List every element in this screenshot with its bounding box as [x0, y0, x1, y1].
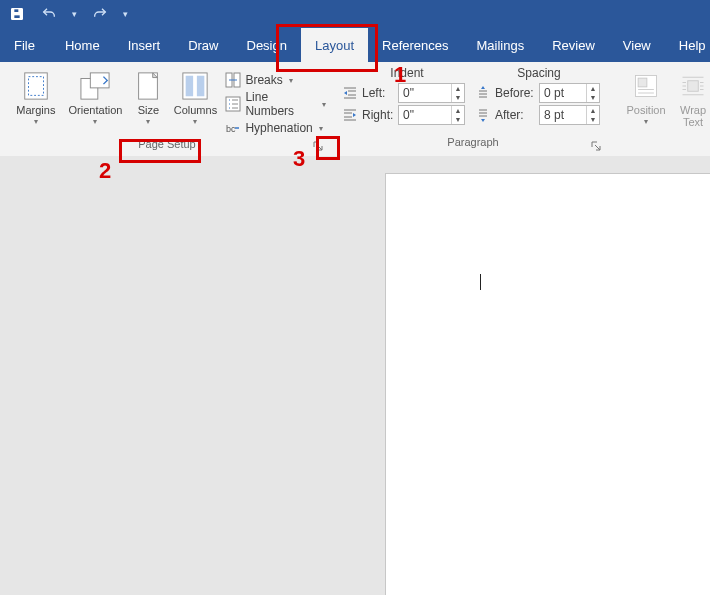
paragraph-group-title: Paragraph — [447, 136, 498, 148]
spinner-down-icon[interactable]: ▼ — [452, 115, 464, 124]
spinner-down-icon[interactable]: ▼ — [587, 115, 599, 124]
spacing-before-value: 0 pt — [540, 86, 586, 100]
svg-text:bc: bc — [226, 124, 236, 134]
indent-left-icon — [342, 85, 358, 101]
hyphenation-label: Hyphenation — [245, 121, 312, 135]
tab-view[interactable]: View — [609, 28, 665, 62]
page-setup-dialog-launcher[interactable] — [310, 138, 326, 154]
tab-mailings[interactable]: Mailings — [463, 28, 539, 62]
document-page[interactable] — [386, 174, 710, 595]
wrap-text-button: WrapText — [672, 66, 710, 128]
tab-file[interactable]: File — [8, 28, 51, 62]
ribbon-tabs: File Home Insert Draw Design Layout Refe… — [0, 28, 710, 62]
spinner-up-icon[interactable]: ▲ — [452, 106, 464, 115]
svg-rect-2 — [14, 15, 21, 19]
spacing-after-icon — [475, 107, 491, 123]
svg-rect-18 — [688, 81, 699, 92]
line-numbers-icon — [225, 96, 241, 112]
indent-right-icon — [342, 107, 358, 123]
svg-rect-10 — [186, 76, 193, 97]
group-page-setup: Margins ▾ Orientation ▾ Size ▾ — [0, 62, 334, 156]
orientation-icon — [79, 70, 111, 102]
margins-icon — [21, 70, 51, 102]
spacing-after-value: 8 pt — [540, 108, 586, 122]
size-button[interactable]: Size ▾ — [127, 66, 169, 126]
app-window: ▾ ▾ File Home Insert Draw Design Layout … — [0, 0, 710, 595]
ribbon: Margins ▾ Orientation ▾ Size ▾ — [0, 62, 710, 157]
customize-qat-icon[interactable]: ▾ — [123, 9, 128, 19]
spacing-before-label: Before: — [495, 86, 535, 100]
tab-layout[interactable]: Layout — [301, 28, 368, 62]
spinner-up-icon[interactable]: ▲ — [587, 84, 599, 93]
orientation-button[interactable]: Orientation ▾ — [64, 66, 127, 126]
orientation-label: Orientation — [69, 104, 123, 116]
indent-right-input[interactable]: 0" ▲▼ — [398, 105, 465, 125]
margins-label: Margins — [16, 104, 55, 116]
indent-left-label: Left: — [362, 86, 394, 100]
wrap-text-label: WrapText — [680, 104, 706, 128]
indent-left-value: 0" — [399, 86, 451, 100]
spinner-down-icon[interactable]: ▼ — [452, 93, 464, 102]
quick-access-toolbar: ▾ ▾ — [0, 0, 710, 28]
position-label: Position — [626, 104, 665, 116]
tab-insert[interactable]: Insert — [114, 28, 175, 62]
chevron-down-icon: ▾ — [319, 124, 323, 133]
spacing-after-input[interactable]: 8 pt ▲▼ — [539, 105, 600, 125]
page-setup-group-title: Page Setup — [138, 138, 196, 150]
position-icon — [632, 70, 660, 102]
document-workspace[interactable] — [0, 156, 710, 595]
position-button: Position ▾ — [620, 66, 672, 126]
wrap-text-icon — [679, 70, 707, 102]
group-paragraph: Indent Spacing Left: 0" ▲▼ — [334, 62, 612, 156]
size-label: Size — [138, 104, 159, 116]
indent-left-input[interactable]: 0" ▲▼ — [398, 83, 465, 103]
indent-header: Indent — [342, 66, 472, 80]
breaks-label: Breaks — [245, 73, 282, 87]
paragraph-dialog-launcher[interactable] — [588, 138, 604, 154]
columns-icon — [181, 70, 209, 102]
chevron-down-icon: ▾ — [322, 100, 326, 109]
breaks-icon — [225, 72, 241, 88]
save-button[interactable] — [8, 5, 26, 23]
tab-draw[interactable]: Draw — [174, 28, 232, 62]
spinner-up-icon[interactable]: ▲ — [587, 106, 599, 115]
svg-rect-17 — [638, 78, 647, 87]
spacing-header: Spacing — [472, 66, 606, 80]
spacing-before-input[interactable]: 0 pt ▲▼ — [539, 83, 600, 103]
margins-button[interactable]: Margins ▾ — [8, 66, 64, 126]
columns-label: Columns — [174, 104, 217, 116]
svg-rect-11 — [197, 76, 204, 97]
chevron-down-icon: ▾ — [93, 118, 97, 126]
chevron-down-icon: ▾ — [193, 118, 197, 126]
columns-button[interactable]: Columns ▾ — [169, 66, 221, 126]
chevron-down-icon: ▾ — [146, 118, 150, 126]
spinner-down-icon[interactable]: ▼ — [587, 93, 599, 102]
line-numbers-label: Line Numbers — [245, 90, 316, 118]
tab-references[interactable]: References — [368, 28, 462, 62]
undo-dropdown-icon[interactable]: ▾ — [72, 9, 77, 19]
size-icon — [135, 70, 161, 102]
text-cursor — [480, 274, 481, 290]
hyphenation-icon: bc — [225, 120, 241, 136]
breaks-button[interactable]: Breaks ▾ — [225, 70, 326, 90]
tab-design[interactable]: Design — [233, 28, 301, 62]
undo-button[interactable] — [40, 5, 58, 23]
group-arrange: Position ▾ WrapText — [612, 62, 710, 156]
svg-rect-1 — [14, 9, 19, 13]
chevron-down-icon: ▾ — [644, 118, 648, 126]
spinner-up-icon[interactable]: ▲ — [452, 84, 464, 93]
chevron-down-icon: ▾ — [289, 76, 293, 85]
spacing-after-label: After: — [495, 108, 535, 122]
chevron-down-icon: ▾ — [34, 118, 38, 126]
redo-button[interactable] — [91, 5, 109, 23]
line-numbers-button[interactable]: Line Numbers ▾ — [225, 94, 326, 114]
indent-right-value: 0" — [399, 108, 451, 122]
spacing-before-icon — [475, 85, 491, 101]
hyphenation-button[interactable]: bc Hyphenation ▾ — [225, 118, 326, 138]
tab-help[interactable]: Help — [665, 28, 710, 62]
tab-home[interactable]: Home — [51, 28, 114, 62]
indent-right-label: Right: — [362, 108, 394, 122]
tab-review[interactable]: Review — [538, 28, 609, 62]
